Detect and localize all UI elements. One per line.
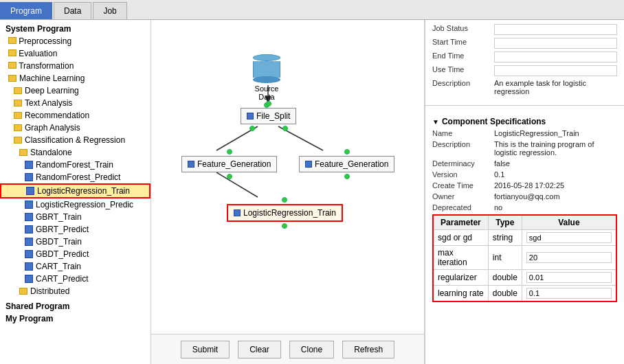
sidebar-transformation[interactable]: Transformation xyxy=(0,60,151,72)
connector-dot-top xyxy=(266,101,271,106)
comp-owner-label: Owner xyxy=(432,192,494,201)
feature-gen-left-node[interactable]: Feature_Generation xyxy=(181,149,277,179)
refresh-button[interactable]: Refresh xyxy=(342,341,394,359)
sidebar-logistic-predict[interactable]: LogisticRegression_Predic xyxy=(0,198,151,211)
file-split-box: File_Split xyxy=(241,108,296,124)
sidebar-cart-predict[interactable]: CART_Predict xyxy=(0,273,151,285)
param-cell-value xyxy=(522,230,616,246)
job-status-input[interactable] xyxy=(494,24,617,35)
sidebar-shared-program: Shared Program xyxy=(0,300,151,312)
source-data-node[interactable]: SourceData xyxy=(253,54,280,108)
node-icon xyxy=(25,201,33,209)
sidebar-gbrt-train[interactable]: GBRT_Train xyxy=(0,211,151,223)
folder-icon xyxy=(14,100,22,106)
sidebar-randomforest-train[interactable]: RandomForest_Train xyxy=(0,159,151,171)
folder-icon xyxy=(14,112,22,119)
param-value-input[interactable] xyxy=(526,272,612,283)
end-time-input[interactable] xyxy=(494,52,617,62)
comp-create-time-value: 2016-05-28 17:02:25 xyxy=(494,181,617,190)
sidebar-recommendation[interactable]: Recommendation xyxy=(0,109,151,122)
node-icon xyxy=(25,250,33,258)
tab-job[interactable]: Job xyxy=(93,2,126,19)
folder-icon xyxy=(19,288,27,295)
submit-button[interactable]: Submit xyxy=(181,341,230,359)
connector-dot-bottom xyxy=(227,174,232,179)
logistic-train-node[interactable]: LogisticRegression_Train xyxy=(227,197,343,229)
sidebar-evaluation[interactable]: Evaluation xyxy=(0,47,151,60)
canvas-area[interactable]: SourceData File_Split xyxy=(151,20,424,334)
param-header-value: Value xyxy=(522,215,616,230)
param-row: learning ratedouble xyxy=(433,286,616,302)
end-time-label: End Time xyxy=(432,52,494,60)
comp-desc-value: This is the training program of logistic… xyxy=(494,140,617,157)
sidebar-system-program: System Program xyxy=(0,23,151,35)
node-icon xyxy=(25,262,33,271)
start-time-label: Start Time xyxy=(432,38,494,46)
comp-name-label: Name xyxy=(432,129,494,137)
file-split-node[interactable]: File_Split xyxy=(241,101,296,131)
tab-data[interactable]: Data xyxy=(54,2,91,19)
sidebar-deep-learning[interactable]: Deep Learning xyxy=(0,84,151,97)
start-time-input[interactable] xyxy=(494,38,617,49)
triangle-icon: ▼ xyxy=(432,118,439,126)
comp-version-value: 0.1 xyxy=(494,170,617,179)
folder-icon xyxy=(19,149,27,156)
bottom-bar: Submit Clear Clone Refresh xyxy=(151,334,424,364)
feature-gen-right-node[interactable]: Feature_Generation xyxy=(299,149,394,179)
file-split-label: File_Split xyxy=(256,111,290,121)
sidebar-distributed[interactable]: Distributed xyxy=(0,285,151,297)
sidebar-gbrt-predict[interactable]: GBRT_Predict xyxy=(0,223,151,236)
comp-deprecated-row: Deprecated no xyxy=(432,203,617,212)
param-cell-type: string xyxy=(488,230,522,246)
sidebar-gbdt-predict[interactable]: GBDT_Predict xyxy=(0,248,151,260)
param-value-input[interactable] xyxy=(526,288,612,299)
param-cell-type: double xyxy=(488,270,522,286)
param-value-input[interactable] xyxy=(526,252,612,263)
comp-owner-row: Owner fortianyou@qq.com xyxy=(432,192,617,201)
sidebar-text-analysis[interactable]: Text Analysis xyxy=(0,97,151,109)
right-panel: Job Status Start Time End Time Use Time … xyxy=(425,20,624,364)
folder-icon xyxy=(8,49,16,56)
folder-icon xyxy=(8,62,16,69)
param-cell-value xyxy=(522,246,616,270)
param-header-parameter: Parameter xyxy=(433,215,488,230)
sidebar-machine-learning[interactable]: Machine Learning xyxy=(0,72,151,84)
connector-dot xyxy=(282,197,287,203)
node-icon xyxy=(25,161,33,169)
clone-button[interactable]: Clone xyxy=(289,341,334,359)
sidebar-cart-train[interactable]: CART_Train xyxy=(0,260,151,273)
comp-determinacy-label: Determinacy xyxy=(432,159,494,168)
node-icon-sm xyxy=(247,113,254,120)
param-row: sgd or gdstring xyxy=(433,230,616,246)
logistic-train-box: LogisticRegression_Train xyxy=(227,204,343,222)
sidebar-gbdt-train[interactable]: GBDT_Train xyxy=(0,236,151,248)
node-icon-sm xyxy=(188,161,194,168)
connector-dot-left xyxy=(249,126,255,131)
feature-gen-right-label: Feature_Generation xyxy=(315,159,388,169)
node-icon xyxy=(25,238,33,246)
comp-name-value: LogisticRegression_Train xyxy=(494,129,617,137)
sidebar-standalone[interactable]: Standalone xyxy=(0,146,151,159)
sidebar-classification[interactable]: Classification & Regression xyxy=(0,134,151,146)
node-icon xyxy=(25,225,33,234)
use-time-input[interactable] xyxy=(494,65,617,76)
comp-deprecated-label: Deprecated xyxy=(432,203,494,212)
logistic-train-label: LogisticRegression_Train xyxy=(243,208,336,218)
connector-dot-bottom xyxy=(282,223,287,229)
feature-gen-left-label: Feature_Generation xyxy=(197,159,271,169)
node-icon xyxy=(25,173,33,181)
tab-program[interactable]: Program xyxy=(0,2,52,19)
param-row: regularizerdouble xyxy=(433,270,616,286)
sidebar-graph-analysis[interactable]: Graph Analysis xyxy=(0,122,151,134)
param-value-input[interactable] xyxy=(526,232,612,243)
sidebar-logistic-train[interactable]: LogisticRegression_Train xyxy=(0,183,151,198)
clear-button[interactable]: Clear xyxy=(238,341,281,359)
param-cell-type: double xyxy=(488,286,522,302)
source-data-label: SourceData xyxy=(255,84,279,101)
sidebar-randomforest-predict[interactable]: RandomForest_Predict xyxy=(0,171,151,183)
param-cell-name: regularizer xyxy=(433,270,488,286)
description-label: Description xyxy=(432,79,494,87)
comp-desc-row: Description This is the training program… xyxy=(432,140,617,157)
sidebar: System Program Preprocessing Evaluation … xyxy=(0,20,151,364)
sidebar-preprocessing[interactable]: Preprocessing xyxy=(0,35,151,47)
